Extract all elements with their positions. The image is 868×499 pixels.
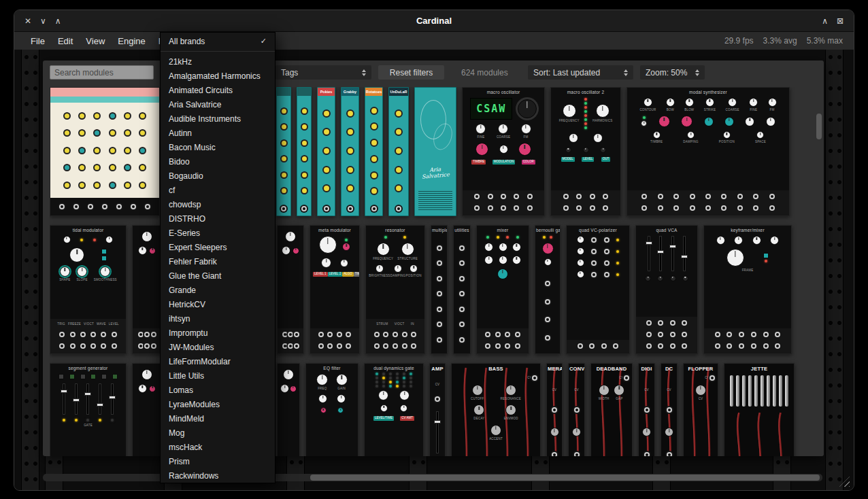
module-card[interactable]: FLOPPERCVCVINOUT <box>683 363 718 456</box>
search-input[interactable] <box>50 65 154 80</box>
module-card[interactable] <box>50 87 160 216</box>
module-card[interactable]: macro oscillatorCSAWFINECOARSEFMTIMBREMO… <box>462 87 545 216</box>
menu-view[interactable]: View <box>86 36 105 46</box>
module-card[interactable]: meta modulatorLEVEL 1LEVEL 2ALGOTIMBRE <box>310 225 360 354</box>
module-card[interactable]: macro oscillator 2FREQUENCYHARMONICSMODE… <box>550 87 621 216</box>
module-card[interactable]: multiples <box>431 225 448 354</box>
knob <box>658 116 670 127</box>
module-card[interactable]: resonatorFREQUENCYSTRUCTUREBRIGHTNESSDAM… <box>365 225 425 354</box>
knob-col: CV <box>695 385 706 400</box>
led <box>410 373 412 375</box>
brand-menu-item[interactable]: DISTRHO <box>161 211 275 226</box>
tags-dropdown[interactable]: Tags <box>276 65 371 80</box>
menu-edit[interactable]: Edit <box>58 36 73 46</box>
module-card[interactable]: Pokies <box>317 87 335 216</box>
brand-menu-item[interactable]: E-Series <box>161 226 275 240</box>
module-title: utilities <box>454 226 470 234</box>
brand-menu-item[interactable]: JW-Modules <box>161 340 275 354</box>
chevron-down-icon[interactable]: ∨ <box>40 16 46 26</box>
brand-menu-item[interactable]: Aria Salvatrice <box>161 97 275 111</box>
module-card[interactable]: EQ filterFREQGAIN <box>305 363 358 456</box>
brand-menu-item[interactable]: Rackwindows <box>161 468 275 483</box>
brand-menu-item[interactable]: Mog <box>161 426 275 440</box>
brand-menu-item[interactable]: Autinn <box>161 126 275 140</box>
brand-menu-item[interactable]: mscHack <box>161 440 275 454</box>
knob <box>340 259 348 267</box>
module-card[interactable]: Rotatoes <box>365 87 383 216</box>
brand-menu-item[interactable]: Bogaudio <box>161 169 275 183</box>
brand-menu-item[interactable]: Lomas <box>161 383 275 397</box>
knob <box>734 236 743 245</box>
brand-menu-item[interactable]: Prism <box>161 454 275 468</box>
module-card[interactable]: utilities <box>453 225 471 354</box>
brand-menu-item[interactable]: Bidoo <box>161 154 275 169</box>
module-card[interactable]: keyframer/mixerFRAME <box>703 225 792 354</box>
layout-icon[interactable]: ⊠ <box>837 16 844 26</box>
module-card[interactable] <box>276 87 291 216</box>
module-card[interactable]: CONVCVIN <box>568 363 585 456</box>
brand-menu-item[interactable]: Expert Sleepers <box>161 240 275 254</box>
browser-vertical-scrollbar[interactable] <box>816 114 822 139</box>
brand-menu-item[interactable]: ihtsyn <box>161 311 275 326</box>
module-card[interactable]: segment generatorGATE <box>50 363 127 456</box>
module-card[interactable] <box>277 225 304 354</box>
chevron-up-icon[interactable]: ∧ <box>55 16 61 26</box>
collapse-icon[interactable]: ∧ <box>822 16 828 26</box>
module-card[interactable]: JETTE <box>724 363 795 456</box>
brand-menu-item[interactable]: LifeFormModular <box>161 354 275 368</box>
module-card[interactable]: tidal modulatorSHAPESLOPESMOOTHNESSTRIGF… <box>50 225 127 354</box>
brand-menu-item[interactable]: Little Utils <box>161 368 275 383</box>
sort-dropdown[interactable]: Sort: Last updated <box>528 65 633 80</box>
brand-menu-item[interactable]: HetrickCV <box>161 297 275 311</box>
module-card[interactable]: modal synthesizerCONTOURBOWBLOWSTRIKECOA… <box>627 87 790 216</box>
port <box>604 272 610 277</box>
brand-menu-item[interactable]: Grande <box>161 283 275 297</box>
brand-menu-item[interactable]: LyraeModules <box>161 397 275 411</box>
close-icon[interactable]: ✕ <box>24 16 31 26</box>
label: POSITION <box>406 274 422 277</box>
module-card[interactable]: quad VC-polarizer <box>566 225 630 354</box>
module-card[interactable]: DCCVIN <box>661 363 678 456</box>
brand-menu-item-all[interactable]: All brands ✓ <box>161 34 275 48</box>
scrollbar-thumb[interactable] <box>310 475 820 481</box>
module-card[interactable] <box>277 363 300 456</box>
brand-menu-item[interactable]: 21kHz <box>161 54 275 69</box>
brand-menu-item[interactable]: MindMeld <box>161 411 275 426</box>
led <box>382 381 385 383</box>
port <box>670 320 675 326</box>
module-card[interactable]: MERACVIN <box>546 363 563 456</box>
menu-engine[interactable]: Engine <box>118 36 145 46</box>
icon-row <box>53 374 123 379</box>
module-card[interactable] <box>132 225 162 354</box>
brand-menu-item[interactable]: Bacon Music <box>161 140 275 154</box>
zoom-dropdown[interactable]: Zoom: 50% <box>640 65 705 80</box>
module-card[interactable]: UnDuLaR <box>388 87 409 216</box>
module-card[interactable]: Grabby <box>341 87 359 216</box>
reset-filters-button[interactable]: Reset filters <box>378 65 444 80</box>
module-footer <box>567 340 629 354</box>
brand-menu-item[interactable]: Audible Instruments <box>161 111 275 126</box>
brand-menu-item[interactable]: cf <box>161 183 275 197</box>
brand-menu-item[interactable]: Glue the Giant <box>161 269 275 283</box>
module-card[interactable]: dual dynamics gateLEVEL/TIMECV AMTEXCITE… <box>364 363 424 456</box>
module-card[interactable]: BASSCVCUTOFFRESONANCEDECAYENVMODACCENTGA… <box>451 363 541 456</box>
module-card[interactable] <box>297 87 312 216</box>
menu-file[interactable]: File <box>31 36 45 46</box>
module-card[interactable]: DEADBANDCVWIDTHGAPINOUT <box>590 363 633 456</box>
module-card[interactable]: bernoulli gate <box>535 225 561 354</box>
module-card[interactable]: quad VCA <box>635 225 698 354</box>
module-card[interactable] <box>132 363 162 456</box>
module-card[interactable]: AMPCVIN <box>429 363 446 456</box>
brand-menu-item[interactable]: chowdsp <box>161 197 275 211</box>
brand-menu-item[interactable]: Fehler Fabrik <box>161 254 275 269</box>
brand-menu-item[interactable]: Animated Circuits <box>161 83 275 97</box>
brand-menu-item[interactable]: Amalgamated Harmonics <box>161 69 275 83</box>
label: FINE <box>477 135 484 139</box>
label: DAMPING <box>390 274 405 277</box>
module-card[interactable]: mixer <box>476 225 529 354</box>
module-card[interactable]: Aria Salvatrice <box>414 87 456 216</box>
label: WIDTH <box>599 397 610 400</box>
knob <box>109 147 116 154</box>
module-card[interactable]: DIGICVIN <box>638 363 655 456</box>
brand-menu-item[interactable]: Impromptu <box>161 326 275 340</box>
